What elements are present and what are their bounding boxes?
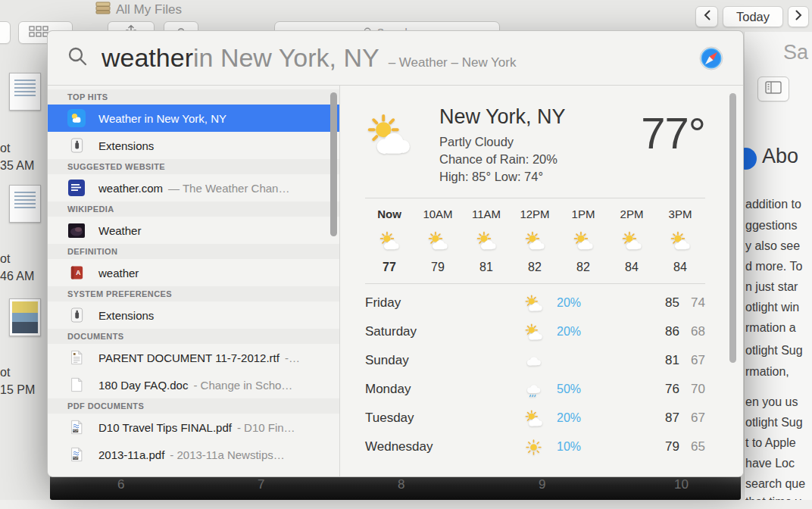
partly-cloudy-icon [365, 105, 421, 186]
results-scrollbar[interactable] [330, 92, 337, 236]
calendar-week-strip: 6 7 8 9 10 [50, 474, 741, 500]
result-180-day-faq[interactable]: 180 Day FAQ.doc - Change in Scho… [48, 371, 339, 398]
section-header-definition: DEFINITION [48, 244, 339, 259]
svg-text:A: A [76, 269, 80, 276]
help-text-line: t to Apple [745, 436, 796, 450]
result-label: Weather [98, 224, 141, 237]
spotlight-search-bar[interactable]: weather in New York, NY – Weather – New … [48, 31, 743, 86]
hourly-column: 10AM 79 [414, 208, 462, 276]
daily-row: Tuesday 20% 87 67 [340, 404, 743, 432]
help-text-line: have Loc [745, 457, 795, 470]
help-text-line: ggestions [745, 219, 798, 233]
pdf-document-icon: PDF [67, 418, 86, 436]
hourly-column: 2PM 84 [607, 208, 656, 276]
svg-text:PDF: PDF [73, 457, 78, 460]
sun-icon [517, 438, 550, 457]
result-label: weather [98, 267, 139, 279]
weather-panel-scrollbar[interactable] [729, 93, 736, 363]
section-header-wikipedia: WIKIPEDIA [48, 201, 339, 217]
result-weather-com[interactable]: weather.com — The Weather Chan… [48, 174, 339, 201]
wikipedia-thumbnail-icon [67, 221, 86, 239]
current-temperature: 77° [641, 105, 705, 186]
file-thumbnail[interactable] [9, 185, 41, 223]
weather-app-icon [67, 109, 86, 127]
day-number: 6 [117, 477, 124, 492]
query-completion-text: in New York, NY [193, 43, 379, 73]
result-weather-in-new-york[interactable]: Weather in New York, NY [48, 105, 339, 132]
calendar-today-button[interactable]: Today [723, 6, 783, 27]
sidebar-icon [765, 81, 782, 97]
result-weather-wikipedia[interactable]: Weather [48, 217, 339, 244]
daily-forecast: Friday 20% 85 74 Saturday 20% 86 68 Sund… [340, 289, 743, 461]
result-label: D10 Travel Tips FINAL.pdf [98, 421, 232, 434]
result-label: Extensions [98, 139, 154, 152]
help-text-line: d more. To [745, 260, 802, 273]
result-secondary: — The Weather Chan… [168, 182, 289, 195]
help-heading: Abo [762, 145, 798, 168]
bottom-strip [0, 500, 812, 509]
hourly-forecast: Now 77 10AM 79 11AM 81 12PM 82 [340, 198, 743, 276]
query-hint-text: – Weather – New York [389, 55, 517, 70]
weather-rain-chance: Chance of Rain: 20% [439, 151, 566, 168]
section-header-pdf-documents: PDF DOCUMENTS [48, 398, 339, 414]
file-thumbnail[interactable] [9, 298, 41, 336]
search-icon [67, 46, 88, 70]
daily-row: Monday 50% 76 70 [340, 375, 743, 404]
result-secondary: - Change in Scho… [193, 379, 292, 392]
result-extensions-prefs[interactable]: Extensions [48, 301, 339, 329]
hourly-column: 1PM 82 [559, 208, 607, 276]
result-secondary: - D10 Fin… [237, 421, 295, 434]
partly-cloudy-icon [414, 226, 462, 256]
calendar-next-button[interactable] [788, 6, 809, 27]
pdf-document-icon: PDF [67, 445, 86, 464]
chevron-right-icon [795, 10, 802, 23]
file-caption: ot15 PM [0, 364, 39, 398]
help-text-line: addition to [745, 198, 801, 211]
safari-icon [699, 46, 723, 70]
query-typed-text: weather [102, 43, 193, 73]
help-text-line: search que [745, 477, 805, 491]
result-secondary: -… [285, 351, 300, 364]
document-icon [67, 376, 86, 394]
weather-channel-icon [67, 179, 86, 197]
help-text-line: rmation, [745, 365, 789, 379]
file-caption: ot46 AM [0, 250, 39, 285]
help-text-line: rmation a [745, 321, 796, 335]
result-weather-definition[interactable]: A weather [48, 259, 339, 286]
partly-cloudy-icon [607, 226, 656, 256]
result-label: PARENT DOCUMENT 11-7-2012.rtf [98, 351, 280, 364]
result-d10-travel-tips[interactable]: PDF D10 Travel Tips FINAL.pdf - D10 Fin… [48, 414, 339, 441]
sidebar-toggle-button[interactable] [757, 77, 789, 101]
daily-row: Wednesday 10% 79 65 [340, 432, 743, 461]
rain-icon [517, 380, 550, 399]
hourly-column: 3PM 84 [656, 208, 704, 276]
result-label: Weather in New York, NY [98, 112, 226, 125]
extensions-icon [67, 306, 86, 324]
result-parent-document[interactable]: PARENT DOCUMENT 11-7-2012.rtf -… [48, 344, 339, 371]
extensions-icon [67, 136, 86, 155]
help-text-line: otlight Sug [745, 416, 803, 429]
weather-high-low: High: 85° Low: 74° [439, 168, 566, 186]
result-label: 180 Day FAQ.doc [98, 379, 188, 392]
spotlight-query[interactable]: weather in New York, NY – Weather – New … [102, 43, 689, 73]
partly-cloudy-icon [365, 226, 414, 256]
hourly-column: 11AM 81 [462, 208, 511, 276]
calendar-prev-button[interactable] [695, 6, 718, 27]
partly-cloudy-icon [559, 226, 607, 256]
day-number: 10 [674, 477, 689, 492]
result-label: Extensions [98, 309, 154, 322]
weather-condition: Partly Cloudy [439, 133, 566, 151]
help-window-title: Sa [783, 41, 808, 64]
partly-cloudy-icon [517, 409, 550, 428]
results-list: TOP HITS Weather in New York, NY Extensi… [48, 86, 340, 476]
dictionary-icon: A [67, 264, 86, 282]
file-thumbnail[interactable] [9, 73, 41, 111]
spotlight-content: TOP HITS Weather in New York, NY Extensi… [48, 86, 743, 476]
result-label: weather.com [98, 182, 163, 195]
partly-cloudy-icon [656, 226, 704, 256]
finder-toolbar-button-fragment[interactable] [0, 21, 11, 44]
result-extensions[interactable]: Extensions [48, 132, 339, 159]
help-text-line: otlight Sug [745, 344, 803, 358]
finder-title-label: All My Files [116, 2, 182, 17]
result-2013-11a[interactable]: PDF 2013-11a.pdf - 2013-11a Newstips… [48, 441, 339, 468]
